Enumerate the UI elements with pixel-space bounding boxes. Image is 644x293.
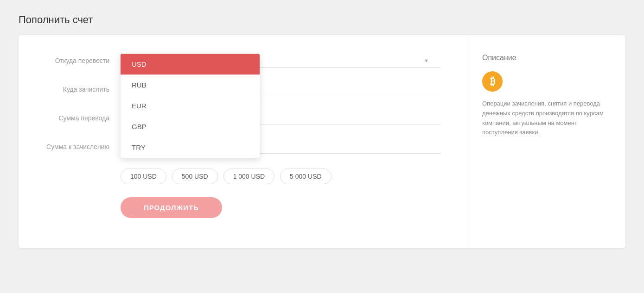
form-section: Откуда перевести Cryptocurrency ▼ USD RU… [19, 35, 468, 248]
from-label: Откуда перевести [37, 57, 121, 64]
quick-amount-1000[interactable]: 1 000 USD [223, 168, 274, 184]
quick-amount-5000[interactable]: 5 000 USD [280, 168, 331, 184]
description-text: Операции зачисления, снятия и перевода д… [482, 99, 612, 137]
dropdown-item-rub[interactable]: RUB [121, 75, 260, 95]
amount-label: Сумма перевода [37, 114, 121, 122]
currency-dropdown: USD RUB EUR GBP TRY [121, 54, 260, 158]
quick-amount-100[interactable]: 100 USD [121, 168, 166, 184]
chevron-down-icon: ▼ [424, 58, 429, 63]
dropdown-item-gbp[interactable]: GBP [121, 116, 260, 137]
main-card: Откуда перевести Cryptocurrency ▼ USD RU… [19, 35, 625, 248]
quick-amount-500[interactable]: 500 USD [172, 168, 218, 184]
description-title: Описание [482, 54, 612, 62]
bitcoin-icon: ₿ [482, 71, 503, 92]
dropdown-item-usd[interactable]: USD [121, 54, 260, 75]
to-label: Куда зачислить [37, 86, 121, 93]
quick-amounts: 100 USD 500 USD 1 000 USD 5 000 USD [121, 168, 440, 184]
page-title: Пополнить счет [19, 14, 625, 26]
from-row: Откуда перевести Cryptocurrency ▼ USD RU… [37, 54, 440, 68]
credit-label: Сумма к зачислению [37, 143, 121, 150]
description-section: Описание ₿ Операции зачисления, снятия и… [468, 35, 625, 248]
submit-button[interactable]: ПРОДОЛЖИТЬ [121, 197, 222, 218]
from-dropdown-wrap: Cryptocurrency ▼ USD RUB EUR GBP TRY [121, 54, 440, 68]
dropdown-item-eur[interactable]: EUR [121, 95, 260, 116]
dropdown-item-try[interactable]: TRY [121, 137, 260, 158]
